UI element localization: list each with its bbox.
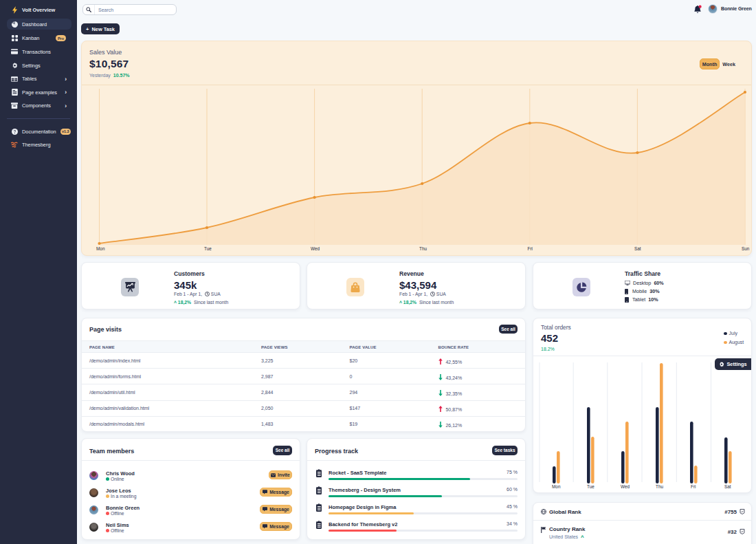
svg-text:Mon: Mon: [552, 484, 561, 489]
svg-text:Tue: Tue: [204, 246, 212, 251]
svg-text:Wed: Wed: [621, 484, 630, 489]
svg-text:Tue: Tue: [587, 484, 594, 489]
svg-text:Sun: Sun: [742, 246, 750, 251]
svg-text:Fri: Fri: [528, 246, 533, 251]
svg-text:Mon: Mon: [96, 246, 105, 251]
svg-text:Wed: Wed: [311, 246, 320, 251]
svg-text:Thu: Thu: [656, 484, 663, 489]
svg-text:Sat: Sat: [724, 484, 731, 489]
svg-text:Sat: Sat: [634, 246, 641, 251]
svg-text:Thu: Thu: [419, 246, 427, 251]
svg-text:Fri: Fri: [691, 484, 696, 489]
